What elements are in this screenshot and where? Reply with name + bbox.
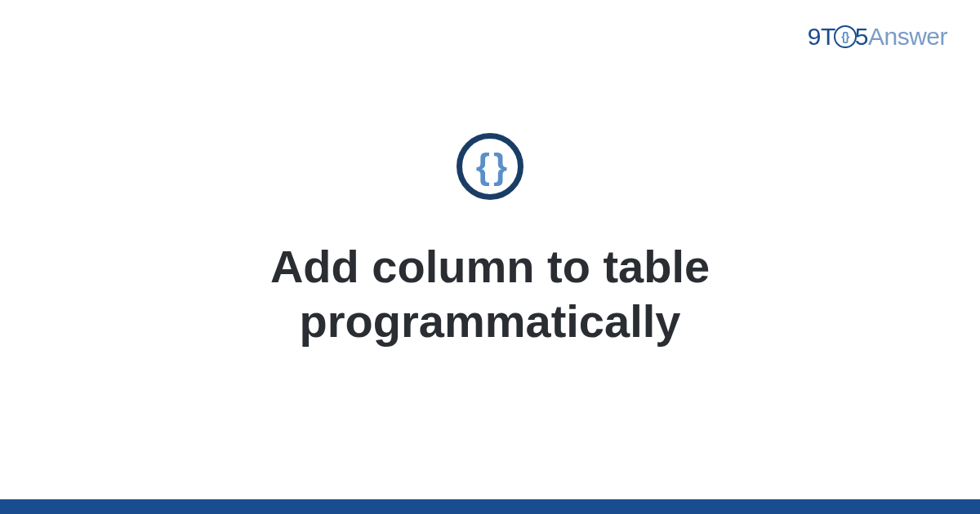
footer-bar [0, 499, 980, 514]
braces-glyph: { } [476, 146, 504, 187]
main-content: { } Add column to table programmatically [0, 0, 980, 514]
page-title: Add column to table programmatically [122, 239, 858, 348]
code-braces-icon: { } [457, 133, 523, 200]
